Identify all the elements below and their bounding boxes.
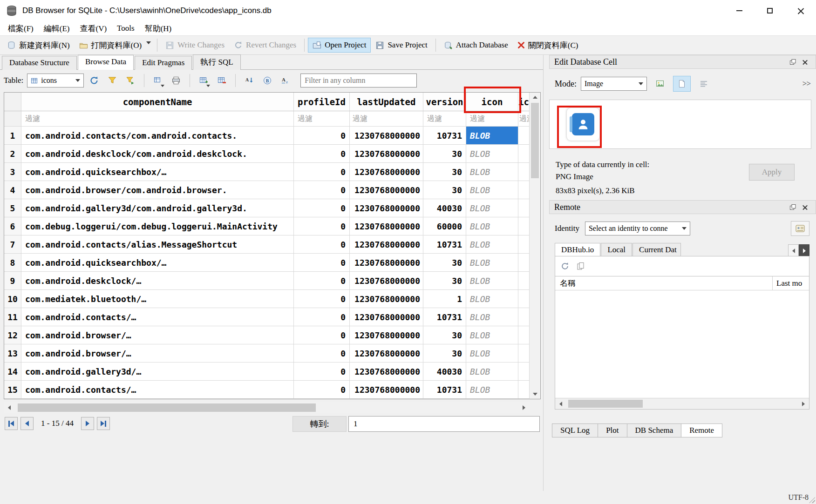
cell-clipped[interactable] xyxy=(518,199,529,217)
print-button[interactable] xyxy=(168,73,184,88)
cell-lastUpdated[interactable]: 1230768000000 xyxy=(350,290,423,308)
cell-profileId[interactable]: 0 xyxy=(294,235,350,254)
cell-clipped[interactable] xyxy=(518,181,529,199)
cell-clipped[interactable] xyxy=(518,254,529,272)
row-number[interactable]: 2 xyxy=(4,145,21,163)
vertical-scrollbar-thumb[interactable] xyxy=(531,103,539,178)
menu-help[interactable]: 幫助(H) xyxy=(140,22,177,35)
cell-icon[interactable]: BLOB xyxy=(466,127,518,145)
cell-version[interactable]: 30 xyxy=(423,254,466,272)
float-panel-button[interactable] xyxy=(787,57,799,67)
cell-lastUpdated[interactable]: 1230768000000 xyxy=(350,381,423,399)
menu-edit[interactable]: 編輯(E) xyxy=(39,22,75,35)
column-header-profileId[interactable]: profileId xyxy=(294,93,350,111)
cell-icon[interactable]: BLOB xyxy=(466,181,518,199)
cell-icon[interactable]: BLOB xyxy=(466,145,518,163)
cell-componentName[interactable]: com.android.browser/… xyxy=(21,326,294,344)
cell-componentName[interactable]: com.android.quicksearchbox/… xyxy=(21,163,294,181)
cell-profileId[interactable]: 0 xyxy=(294,363,350,381)
tab-edit-pragmas[interactable]: Edit Pragmas xyxy=(135,56,192,70)
tab-database-structure[interactable]: Database Structure xyxy=(2,56,77,70)
clear-filters-button[interactable] xyxy=(104,73,120,88)
cell-clipped[interactable] xyxy=(518,308,529,326)
remote-horizontal-scrollbar[interactable] xyxy=(555,398,809,409)
remote-tab-dbhub[interactable]: DBHub.io xyxy=(555,243,600,257)
cell-lastUpdated[interactable]: 1230768000000 xyxy=(350,254,423,272)
cell-version[interactable]: 30 xyxy=(423,163,466,181)
cell-clipped[interactable] xyxy=(518,163,529,181)
format-bold-button[interactable]: B xyxy=(259,73,275,88)
resize-grip-icon[interactable] xyxy=(809,497,815,503)
previous-page-button[interactable] xyxy=(20,417,34,430)
tab-scroll-right-button[interactable] xyxy=(799,244,809,257)
scroll-up-button[interactable] xyxy=(530,93,540,102)
cell-icon[interactable]: BLOB xyxy=(466,326,518,344)
row-number[interactable]: 5 xyxy=(4,199,21,217)
row-number[interactable]: 13 xyxy=(4,344,21,363)
filter-input-clipped[interactable]: 過濾 xyxy=(518,111,529,127)
horizontal-scrollbar[interactable] xyxy=(4,402,530,413)
cell-lastUpdated[interactable]: 1230768000000 xyxy=(350,127,423,145)
close-database-button[interactable]: 關閉資料庫(C) xyxy=(513,37,583,54)
delete-record-button[interactable] xyxy=(214,73,230,88)
cell-version[interactable]: 10731 xyxy=(423,381,466,399)
horizontal-scrollbar-thumb[interactable] xyxy=(18,403,316,412)
cell-lastUpdated[interactable]: 1230768000000 xyxy=(350,163,423,181)
cell-icon[interactable]: BLOB xyxy=(466,381,518,399)
cell-clipped[interactable] xyxy=(518,145,529,163)
cell-lastUpdated[interactable]: 1230768000000 xyxy=(350,308,423,326)
write-changes-button[interactable]: Write Changes xyxy=(161,38,229,53)
cell-version[interactable]: 30 xyxy=(423,344,466,363)
goto-page-input[interactable] xyxy=(348,416,540,432)
row-number[interactable]: 4 xyxy=(4,181,21,199)
cell-profileId[interactable]: 0 xyxy=(294,344,350,363)
open-database-dropdown-icon[interactable] xyxy=(146,41,151,44)
cell-lastUpdated[interactable]: 1230768000000 xyxy=(350,235,423,254)
cell-componentName[interactable]: com.android.contacts/alias.MessageShortc… xyxy=(21,235,294,254)
scroll-right-button[interactable] xyxy=(798,398,809,409)
cell-componentName[interactable]: com.android.browser/… xyxy=(21,344,294,363)
cell-profileId[interactable]: 0 xyxy=(294,199,350,217)
row-number[interactable]: 3 xyxy=(4,163,21,181)
cell-componentName[interactable]: com.android.contacts/… xyxy=(21,381,294,399)
column-header-clipped[interactable]: ic xyxy=(518,93,529,111)
cell-componentName[interactable]: com.android.quicksearchbox/… xyxy=(21,254,294,272)
revert-changes-button[interactable]: Revert Changes xyxy=(229,38,301,53)
cell-version[interactable]: 40030 xyxy=(423,199,466,217)
cell-icon[interactable]: BLOB xyxy=(466,217,518,235)
cell-clipped[interactable] xyxy=(518,363,529,381)
row-number[interactable]: 12 xyxy=(4,326,21,344)
cell-lastUpdated[interactable]: 1230768000000 xyxy=(350,145,423,163)
mode-select[interactable]: Image xyxy=(581,77,647,91)
sort-ascending-button[interactable]: A xyxy=(241,73,257,88)
row-number[interactable]: 9 xyxy=(4,272,21,290)
scroll-right-button[interactable] xyxy=(518,402,530,413)
cell-version[interactable]: 1 xyxy=(423,290,466,308)
table-select[interactable]: icons xyxy=(27,74,84,87)
remote-column-name[interactable]: 名稱 xyxy=(555,276,773,290)
cell-lastUpdated[interactable]: 1230768000000 xyxy=(350,217,423,235)
next-page-button[interactable] xyxy=(81,417,94,430)
cell-lastUpdated[interactable]: 1230768000000 xyxy=(350,199,423,217)
cell-componentName[interactable]: com.android.deskclock/… xyxy=(21,272,294,290)
cell-icon[interactable]: BLOB xyxy=(466,344,518,363)
cell-profileId[interactable]: 0 xyxy=(294,254,350,272)
row-number[interactable]: 6 xyxy=(4,217,21,235)
word-wrap-button[interactable] xyxy=(695,76,713,92)
filter-input-componentName[interactable]: 過濾 xyxy=(21,111,294,127)
column-header-version[interactable]: version xyxy=(423,93,466,111)
filter-input-version[interactable]: 過濾 xyxy=(423,111,466,127)
display-format-button[interactable]: Az xyxy=(278,73,293,88)
encoding-indicator[interactable]: UTF-8 xyxy=(788,493,809,502)
cell-version[interactable]: 60000 xyxy=(423,217,466,235)
cell-profileId[interactable]: 0 xyxy=(294,145,350,163)
cell-componentName[interactable]: com.android.contacts/… xyxy=(21,308,294,326)
cell-componentName[interactable]: com.android.gallery3d/com.android.galler… xyxy=(21,199,294,217)
maximize-button[interactable] xyxy=(755,0,785,21)
dock-tab-plot[interactable]: Plot xyxy=(598,423,626,437)
row-number[interactable]: 15 xyxy=(4,381,21,399)
filter-input-lastUpdated[interactable]: 過濾 xyxy=(350,111,423,127)
text-view-button[interactable] xyxy=(673,76,691,92)
cell-clipped[interactable] xyxy=(518,381,529,399)
apply-button[interactable]: Apply xyxy=(749,164,795,181)
